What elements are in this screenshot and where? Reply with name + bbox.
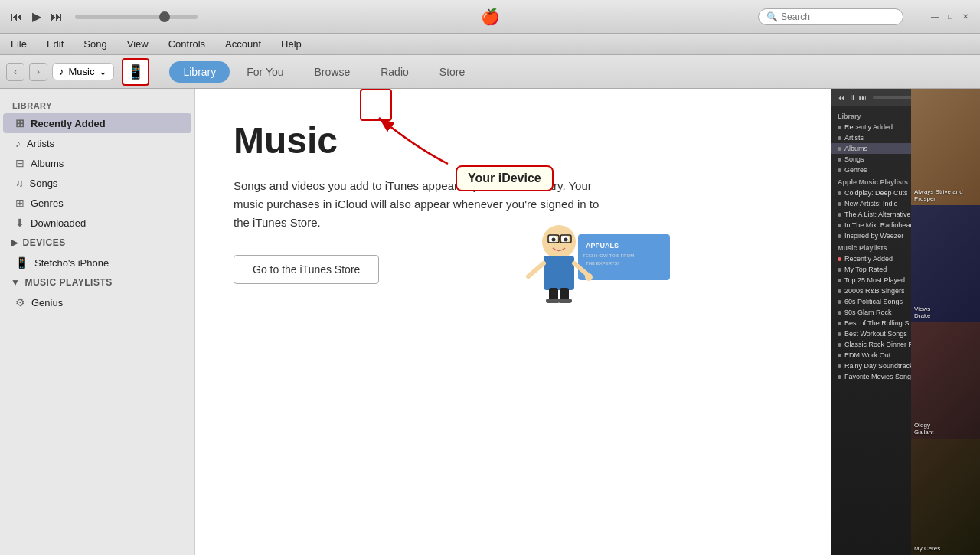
nav-tabs: Library For You Browse Radio Store [169,61,479,83]
mini-rewind-btn[interactable]: ⏮ [838,93,845,102]
mini-dot [838,279,841,282]
genius-icon: ⚙ [15,296,25,309]
svg-rect-20 [558,299,572,303]
album-label-1: Always Strive andProsper [914,188,963,202]
person-icon: ♪ [15,137,21,149]
collapse-arrow-icon: ▶ [11,237,18,248]
mini-dot [838,158,841,162]
back-button[interactable]: ‹ [6,63,24,81]
play-button[interactable]: ▶ [29,6,44,27]
sidebar-label-recently-added: Recently Added [31,118,106,129]
sidebar-item-artists[interactable]: ♪ Artists [3,133,191,153]
sidebar-item-albums[interactable]: ⊟ Albums [3,153,191,173]
sidebar-label-iphone: Stefcho's iPhone [34,257,109,269]
tab-browse[interactable]: Browse [301,61,364,83]
album-strip: Always Strive andProsper ViewsDrake Olog… [911,89,980,555]
forward-nav-button[interactable]: › [29,63,47,81]
mini-dot [838,136,841,140]
menu-account[interactable]: Account [222,37,264,51]
sidebar-label-songs: Songs [30,178,58,189]
rewind-button[interactable]: ⏮ [8,7,26,27]
mini-dot [838,224,841,227]
mini-dot [838,147,841,151]
sidebar-item-genres[interactable]: ⊞ Genres [3,193,191,213]
maximize-button[interactable]: □ [945,11,956,22]
mini-dot [838,332,841,336]
devices-label: Devices [23,237,66,248]
music-selector[interactable]: ♪ Music ⌄ [52,63,114,80]
sidebar-item-songs[interactable]: ♫ Songs [3,173,191,193]
music-content: Music Songs and videos you add to iTunes… [195,89,831,315]
svg-text:TECH HOW-TO'S FROM: TECH HOW-TO'S FROM [583,253,634,258]
search-box: 🔍 [758,8,903,25]
annotation-label: Your iDevice [456,165,554,191]
menu-file[interactable]: File [8,37,30,51]
progress-bar[interactable] [75,15,198,19]
svg-point-10 [564,238,568,242]
mini-dot [838,311,841,315]
sidebar-label-albums: Albums [31,158,64,169]
menu-bar: File Edit Song View Controls Account Hel… [0,34,980,55]
sidebar-label-genres: Genres [31,198,64,209]
genres-icon: ⊞ [15,197,24,209]
sidebar-item-iphone[interactable]: 📱 Stefcho's iPhone [3,253,191,273]
svg-point-9 [552,238,556,242]
album-thumb-2: ViewsDrake [911,205,980,322]
svg-text:THE EXPERTS!: THE EXPERTS! [586,261,619,266]
svg-point-16 [585,273,593,281]
album-icon: ⊟ [15,157,24,169]
playlists-collapse-icon: ▼ [11,277,20,288]
svg-line-14 [528,263,544,276]
minimize-button[interactable]: — [929,11,940,22]
close-button[interactable]: ✕ [960,11,971,22]
mini-play-btn[interactable]: ⏸ [848,93,856,102]
album-label-3: OlogyGallant [914,422,933,436]
devices-header[interactable]: ▶ Devices [0,233,194,253]
tab-store[interactable]: Store [426,61,479,83]
menu-view[interactable]: View [124,37,152,51]
device-icon-button[interactable]: 📱 [122,58,149,86]
music-title: Music [234,119,792,162]
sidebar-label-downloaded: Downloaded [31,217,86,229]
mascot-illustration: APPUALS TECH HOW-TO'S FROM THE EXPERTS! [517,204,655,295]
mini-dot [838,375,841,379]
mini-dot [838,268,841,272]
itunes-store-button[interactable]: Go to the iTunes Store [234,255,379,284]
mini-forward-btn[interactable]: ⏭ [859,93,867,102]
iphone-icon: 📱 [15,256,28,269]
tab-for-you[interactable]: For You [233,61,297,83]
sidebar-label-genius: Genius [31,297,63,309]
mini-dot [838,126,841,129]
svg-text:APPUALS: APPUALS [586,242,619,250]
apple-logo: 🍎 [481,8,500,26]
mini-dot [838,364,841,368]
album-thumb-1: Always Strive andProsper [911,89,980,205]
mini-dot [838,343,841,347]
nav-bar: ‹ › ♪ Music ⌄ 📱 Library For You Browse R… [0,55,980,89]
sidebar-item-recently-added[interactable]: ⊞ Recently Added [3,113,191,133]
menu-song[interactable]: Song [80,37,109,51]
playlists-header[interactable]: ▼ Music Playlists [0,273,194,292]
forward-button[interactable]: ⏭ [47,7,66,27]
progress-thumb[interactable] [159,11,170,22]
phone-icon: 📱 [127,64,144,80]
mini-dot [838,354,841,357]
sidebar-item-downloaded[interactable]: ⬇ Downloaded [3,213,191,233]
menu-controls[interactable]: Controls [165,37,208,51]
chevron-down-icon: ⌄ [99,66,107,77]
music-selector-label: Music [69,66,95,77]
mini-dot [838,300,841,304]
search-input[interactable] [781,11,888,22]
device-annotation: Your iDevice [456,165,554,191]
mini-dot [838,213,841,217]
menu-edit[interactable]: Edit [44,37,67,51]
mini-dot [838,234,841,238]
tab-radio[interactable]: Radio [367,61,423,83]
tab-library[interactable]: Library [169,61,230,83]
mini-dot [838,168,841,172]
sidebar-item-genius[interactable]: ⚙ Genius [3,292,191,312]
main-layout: Library ⊞ Recently Added ♪ Artists ⊟ Alb… [0,89,980,555]
mini-dot [838,257,841,261]
music-icon: ♫ [15,177,24,189]
menu-help[interactable]: Help [278,37,305,51]
